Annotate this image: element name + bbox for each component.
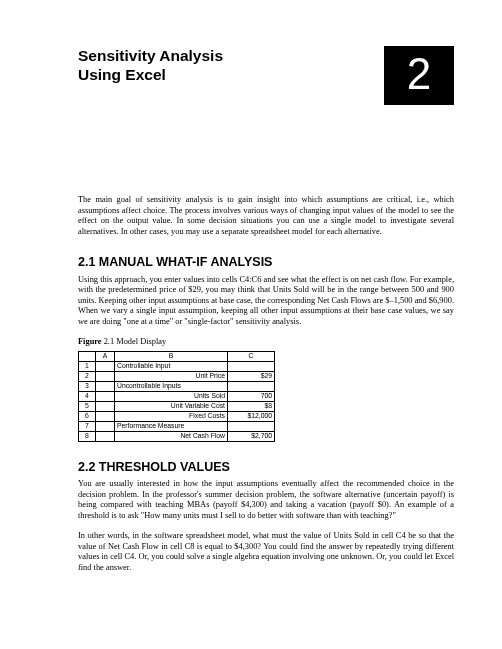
cell-b: Uncontrollable Inputs — [115, 381, 228, 391]
row-number: 2 — [79, 371, 96, 381]
cell-b: Performance Measure — [115, 421, 228, 431]
section-2-1-heading: 2.1 MANUAL WHAT-IF ANALYSIS — [78, 255, 454, 271]
chapter-title: Sensitivity Analysis Using Excel — [78, 46, 376, 85]
cell-b: Unit Variable Cost — [115, 401, 228, 411]
table-body: 1Controllable Input2Unit Price$293Uncont… — [79, 361, 275, 441]
cell-a — [96, 411, 115, 421]
table-row: 4Units Sold700 — [79, 391, 275, 401]
cell-c: $2,700 — [228, 431, 275, 441]
cell-a — [96, 421, 115, 431]
row-number: 5 — [79, 401, 96, 411]
table-row: 3Uncontrollable Inputs — [79, 381, 275, 391]
cell-a — [96, 361, 115, 371]
table-header-row: A B C — [79, 351, 275, 361]
cell-c — [228, 361, 275, 371]
section-2-2-paragraph-2: In other words, in the software spreadsh… — [78, 531, 454, 573]
table-row: 2Unit Price$29 — [79, 371, 275, 381]
title-line-2: Using Excel — [78, 66, 166, 83]
cell-c: $29 — [228, 371, 275, 381]
cell-c — [228, 381, 275, 391]
table-row: 8Net Cash Flow$2,700 — [79, 431, 275, 441]
cell-b: Units Sold — [115, 391, 228, 401]
cell-b: Fixed Costs — [115, 411, 228, 421]
figure-label-prefix: Figure — [78, 337, 102, 346]
cell-b: Net Cash Flow — [115, 431, 228, 441]
row-number: 4 — [79, 391, 96, 401]
cell-c: $8 — [228, 401, 275, 411]
chapter-header: Sensitivity Analysis Using Excel 2 — [78, 46, 454, 105]
cell-a — [96, 431, 115, 441]
cell-b: Controllable Input — [115, 361, 228, 371]
row-number: 8 — [79, 431, 96, 441]
cell-a — [96, 391, 115, 401]
cell-c — [228, 421, 275, 431]
col-header-c: C — [228, 351, 275, 361]
title-line-1: Sensitivity Analysis — [78, 47, 223, 64]
chapter-number-box: 2 — [384, 46, 454, 105]
cell-a — [96, 401, 115, 411]
intro-paragraph: The main goal of sensitivity analysis is… — [78, 195, 454, 237]
row-number: 1 — [79, 361, 96, 371]
cell-b: Unit Price — [115, 371, 228, 381]
chapter-number: 2 — [407, 52, 431, 96]
table-row: 7Performance Measure — [79, 421, 275, 431]
row-number: 3 — [79, 381, 96, 391]
row-number: 7 — [79, 421, 96, 431]
model-display-table: A B C 1Controllable Input2Unit Price$293… — [78, 351, 275, 442]
figure-label-text: 2.1 Model Display — [102, 337, 167, 346]
col-header-b: B — [115, 351, 228, 361]
cell-a — [96, 371, 115, 381]
section-2-2-paragraph-1: You are usually interested in how the in… — [78, 479, 454, 521]
table-row: 6Fixed Costs$12,000 — [79, 411, 275, 421]
table-row: 1Controllable Input — [79, 361, 275, 371]
section-2-2-heading: 2.2 THRESHOLD VALUES — [78, 460, 454, 476]
table-row: 5Unit Variable Cost$8 — [79, 401, 275, 411]
figure-2-1-caption: Figure 2.1 Model Display — [78, 337, 454, 348]
col-header-blank — [79, 351, 96, 361]
cell-a — [96, 381, 115, 391]
page: Sensitivity Analysis Using Excel 2 The m… — [0, 0, 502, 613]
cell-c: 700 — [228, 391, 275, 401]
cell-c: $12,000 — [228, 411, 275, 421]
row-number: 6 — [79, 411, 96, 421]
section-2-1-paragraph: Using this approach, you enter values in… — [78, 275, 454, 328]
col-header-a: A — [96, 351, 115, 361]
